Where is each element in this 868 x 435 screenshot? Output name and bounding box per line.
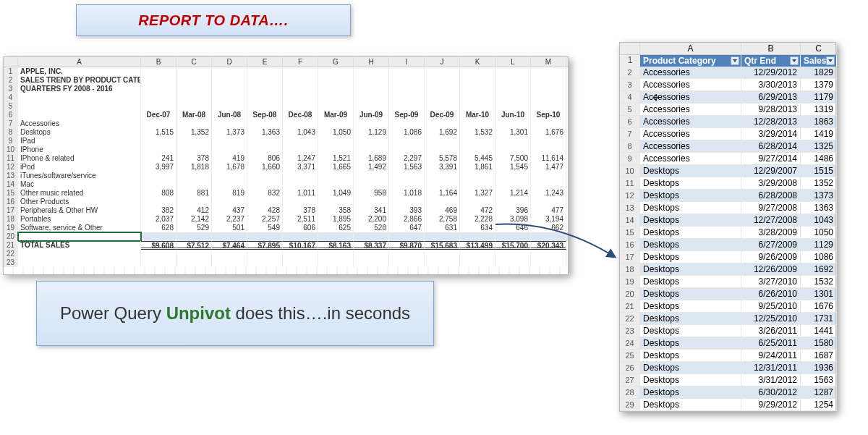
row-number[interactable]: 13: [4, 172, 18, 180]
cell[interactable]: 5,578: [425, 154, 460, 163]
cell[interactable]: 393: [389, 206, 425, 215]
cell[interactable]: 1,521: [318, 154, 354, 163]
cell[interactable]: [460, 76, 495, 85]
cell[interactable]: [247, 145, 283, 154]
cell[interactable]: Mac: [18, 180, 141, 189]
cell[interactable]: [212, 250, 247, 258]
cell[interactable]: [176, 119, 212, 128]
row-number[interactable]: 17: [620, 251, 640, 263]
cell[interactable]: IPhone & related: [18, 154, 141, 163]
row-number[interactable]: 2: [620, 67, 640, 79]
cell[interactable]: Mar-08: [176, 111, 212, 119]
cell[interactable]: [247, 85, 283, 93]
row-number[interactable]: 22: [620, 313, 640, 325]
cell[interactable]: 1,164: [425, 189, 460, 198]
cell-date[interactable]: 12/28/2013: [741, 116, 801, 128]
cell[interactable]: [495, 180, 531, 189]
cell[interactable]: [460, 198, 495, 206]
cell[interactable]: [212, 172, 247, 180]
cell[interactable]: [283, 198, 318, 206]
cell-date[interactable]: 9/27/2008: [741, 202, 801, 214]
total-cell[interactable]: $7,464: [212, 241, 247, 250]
cell[interactable]: 382: [141, 206, 176, 215]
cell[interactable]: IPhone: [18, 145, 141, 154]
cell[interactable]: [354, 67, 389, 76]
cell[interactable]: [354, 258, 389, 267]
cell[interactable]: [283, 119, 318, 128]
cell[interactable]: 1,086: [389, 128, 425, 137]
cell[interactable]: [389, 232, 425, 241]
row-number[interactable]: 15: [620, 227, 640, 239]
cell[interactable]: [354, 93, 389, 102]
cell-date[interactable]: 9/26/2009: [741, 251, 801, 263]
cell-category[interactable]: Desktops: [640, 387, 741, 399]
cell[interactable]: 1,660: [247, 163, 283, 172]
cell[interactable]: 628: [141, 224, 176, 232]
total-cell[interactable]: $7,512: [176, 241, 212, 250]
cell[interactable]: 2,866: [389, 215, 425, 224]
cell[interactable]: 1,477: [531, 163, 566, 172]
row-number[interactable]: 14: [4, 180, 18, 189]
cell[interactable]: 1,689: [354, 154, 389, 163]
cell[interactable]: [283, 232, 318, 241]
cell[interactable]: [495, 137, 531, 145]
col-letter[interactable]: C: [176, 57, 212, 67]
cell[interactable]: [425, 137, 460, 145]
cell[interactable]: [460, 172, 495, 180]
row-number[interactable]: 21: [620, 300, 640, 313]
cell[interactable]: [425, 172, 460, 180]
cell-value[interactable]: 1692: [801, 263, 837, 276]
cell[interactable]: [318, 76, 354, 85]
cell[interactable]: [354, 119, 389, 128]
cell-value[interactable]: 1287: [801, 387, 837, 399]
cell-category[interactable]: Desktops: [640, 227, 741, 239]
cell[interactable]: 419: [212, 154, 247, 163]
cell[interactable]: [495, 172, 531, 180]
cell-category[interactable]: Accessories: [640, 79, 741, 91]
cell-category[interactable]: Accessories: [640, 91, 741, 104]
cell[interactable]: 634: [460, 224, 495, 232]
cell[interactable]: [212, 67, 247, 76]
cell-date[interactable]: 6/25/2011: [741, 337, 801, 350]
cell[interactable]: 2,200: [354, 215, 389, 224]
cell-category[interactable]: Accessories: [640, 67, 741, 79]
row-number[interactable]: 4: [620, 91, 640, 104]
cell[interactable]: [425, 232, 460, 241]
cell[interactable]: [141, 137, 176, 145]
cell[interactable]: [141, 180, 176, 189]
cell[interactable]: Portables: [18, 215, 141, 224]
row-number[interactable]: 22: [4, 250, 18, 258]
cell[interactable]: [460, 102, 495, 111]
cell[interactable]: 1,327: [460, 189, 495, 198]
cell[interactable]: [18, 102, 141, 111]
cell-category[interactable]: Desktops: [640, 177, 741, 190]
cell-value[interactable]: 1580: [801, 337, 837, 350]
cell[interactable]: [318, 180, 354, 189]
row-number[interactable]: 27: [620, 374, 640, 387]
cell-value[interactable]: 1863: [801, 116, 837, 128]
cell[interactable]: [283, 67, 318, 76]
cell[interactable]: [212, 145, 247, 154]
cell-date[interactable]: 6/29/2013: [741, 91, 801, 104]
header-sales[interactable]: Sales: [801, 55, 837, 67]
total-cell[interactable]: $9,870: [389, 241, 425, 250]
col-letter[interactable]: M: [531, 57, 566, 67]
cell-category[interactable]: Desktops: [640, 300, 741, 313]
cell-date[interactable]: 6/28/2008: [741, 190, 801, 202]
cell[interactable]: [460, 145, 495, 154]
cell-category[interactable]: Desktops: [640, 374, 741, 387]
cell-category[interactable]: Desktops: [640, 190, 741, 202]
cell[interactable]: [247, 250, 283, 258]
row-number[interactable]: 9: [4, 137, 18, 145]
cell[interactable]: 606: [283, 224, 318, 232]
cell[interactable]: [389, 67, 425, 76]
total-cell[interactable]: $8,337: [354, 241, 389, 250]
cell[interactable]: 832: [247, 189, 283, 198]
cell[interactable]: [495, 76, 531, 85]
cell-value[interactable]: 1486: [801, 153, 837, 165]
cell[interactable]: [318, 137, 354, 145]
col-letter[interactable]: F: [283, 57, 318, 67]
cell[interactable]: [247, 119, 283, 128]
cell[interactable]: 378: [176, 154, 212, 163]
cell-value[interactable]: 1532: [801, 276, 837, 288]
